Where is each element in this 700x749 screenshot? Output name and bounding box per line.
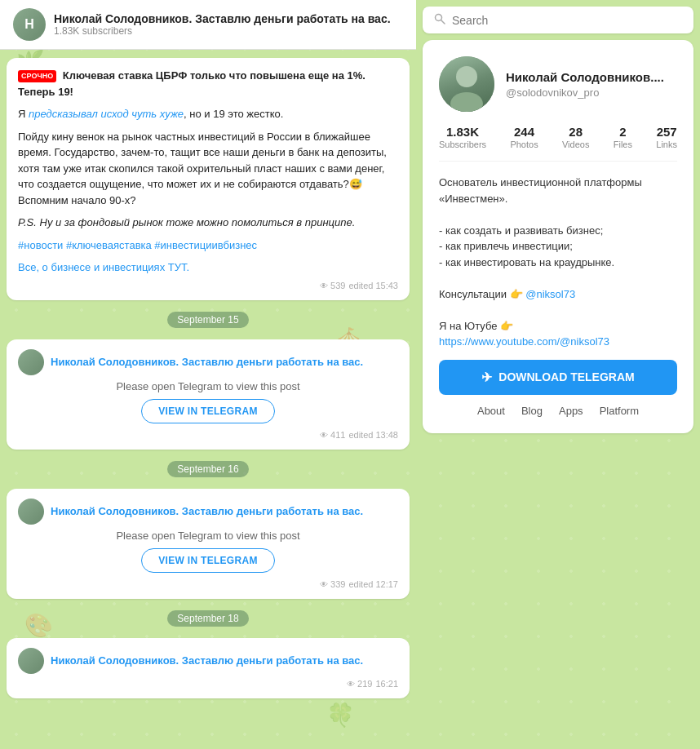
left-panel: Н Николай Солодовников. Заставлю деньги … <box>0 0 416 749</box>
stat-subscribers: 1.83K Subscribers <box>439 125 486 149</box>
post-footer: 411 edited 13:48 <box>18 430 398 440</box>
channel-header[interactable]: Н Николай Солодовников. Заставлю деньги … <box>0 0 416 50</box>
channel-info: Николай Солодовников. Заставлю деньги ра… <box>54 12 403 37</box>
avatar-initials: Н <box>13 8 46 41</box>
eye-icon <box>320 430 328 440</box>
view-telegram-post-2: Николай Солодовников. Заставлю деньги ра… <box>7 489 410 599</box>
app-layout: Н Николай Солодовников. Заставлю деньги … <box>0 0 700 749</box>
post-footer: 219 16:21 <box>18 679 398 689</box>
stat-photos-label: Photos <box>510 140 538 149</box>
channel-name: Николай Солодовников. Заставлю деньги ра… <box>54 12 403 25</box>
prediction-link[interactable]: предсказывал исход чуть хуже <box>29 108 184 120</box>
telegram-icon: ✈ <box>481 370 492 385</box>
consultations: Консультации 👉 @niksol73 <box>439 286 677 303</box>
profile-avatar <box>439 56 494 112</box>
stat-files-label: Files <box>614 140 632 149</box>
nav-about[interactable]: About <box>477 405 505 417</box>
download-telegram-button[interactable]: ✈ DOWNLOAD TELEGRAM <box>439 360 677 395</box>
view-in-telegram-button-2[interactable]: VIEW IN TELEGRAM <box>141 548 274 573</box>
view-telegram-post-1: Николай Солодовников. Заставлю деньги ра… <box>7 339 410 450</box>
message-footer: 539 edited 15:43 <box>18 281 398 290</box>
message-bubble: СРОЧНО Ключевая ставка ЦБРФ только что п… <box>7 58 410 300</box>
profile-card: Николай Солодовников.... @solodovnikov_p… <box>423 40 693 433</box>
eye-icon <box>347 679 355 689</box>
message-text: СРОЧНО Ключевая ставка ЦБРФ только что п… <box>18 68 398 276</box>
youtube: Я на Ютубе 👉 https://www.youtube.com/@ni… <box>439 318 677 350</box>
profile-name: Николай Солодовников.... <box>506 69 664 86</box>
stat-links: 257 Links <box>656 125 677 149</box>
date-separator-sep15: September 15 <box>0 312 416 328</box>
hashtags: #новости #ключеваяставка #инвестициивбиз… <box>18 239 257 251</box>
urgent-badge: СРОЧНО <box>18 70 56 83</box>
svg-point-3 <box>450 92 483 112</box>
stat-links-value: 257 <box>657 125 677 139</box>
post-sender[interactable]: Николай Солодовников. Заставлю деньги ра… <box>51 654 363 667</box>
post-time: 16:21 <box>375 679 398 689</box>
view-in-telegram-button-1[interactable]: VIEW IN TELEGRAM <box>141 399 274 423</box>
post-views: 411 <box>320 430 345 440</box>
open-telegram-text: Please open Telegram to view this post <box>18 380 398 392</box>
consultations-link[interactable]: @niksol73 <box>525 288 575 300</box>
bio-line1: Основатель инвестиционной платформы «Инв… <box>439 175 677 206</box>
post-header: Николай Солодовников. Заставлю деньги ра… <box>18 349 398 375</box>
svg-point-2 <box>456 66 477 87</box>
stat-videos: 28 Videos <box>562 125 589 149</box>
nav-apps[interactable]: Apps <box>559 405 583 417</box>
channel-avatar: Н <box>13 8 46 41</box>
date-badge: September 18 <box>167 610 248 627</box>
post-sender[interactable]: Николай Солодовников. Заставлю деньги ра… <box>51 356 363 368</box>
bio-line4: - как инвестировать на краудрынке. <box>439 255 677 271</box>
post-sender[interactable]: Николай Солодовников. Заставлю деньги ра… <box>51 505 363 517</box>
search-input[interactable] <box>452 14 682 27</box>
profile-nav-links: About Blog Apps Platform <box>439 405 677 417</box>
date-separator-sep18: September 18 <box>0 610 416 627</box>
download-btn-label: DOWNLOAD TELEGRAM <box>498 370 634 383</box>
nav-platform[interactable]: Platform <box>600 405 639 417</box>
open-telegram-text: Please open Telegram to view this post <box>18 530 398 542</box>
stat-subscribers-label: Subscribers <box>439 140 486 149</box>
post-header: Николай Солодовников. Заставлю деньги ра… <box>18 648 398 674</box>
post-header: Николай Солодовников. Заставлю деньги ра… <box>18 499 398 525</box>
stat-photos: 244 Photos <box>510 125 538 149</box>
post-footer: 339 edited 12:17 <box>18 579 398 589</box>
date-badge: September 15 <box>167 312 248 328</box>
profile-stats: 1.83K Subscribers 244 Photos 28 Videos 2… <box>439 125 677 162</box>
date-separator-sep16: September 16 <box>0 461 416 477</box>
post-edited: edited 13:48 <box>348 430 398 440</box>
profile-avatar-inner <box>439 56 494 112</box>
cta-link[interactable]: Все, о бизнесе и инвестициях ТУТ. <box>18 261 189 273</box>
eye-icon <box>320 579 328 589</box>
stat-videos-value: 28 <box>569 125 583 139</box>
post-views: 219 <box>347 679 372 689</box>
profile-handle[interactable]: @solodovnikov_pro <box>506 86 664 99</box>
channel-subscribers: 1.83K subscribers <box>54 25 403 37</box>
svg-line-1 <box>441 20 445 24</box>
bio-line3: - как привлечь инвестиции; <box>439 238 677 255</box>
stat-subscribers-value: 1.83K <box>446 125 479 139</box>
bio-line2: - как создать и развивать бизнес; <box>439 223 677 239</box>
post-avatar <box>18 349 44 375</box>
nav-blog[interactable]: Blog <box>521 405 543 417</box>
profile-bio: Основатель инвестиционной платформы «Инв… <box>439 175 677 350</box>
date-badge: September 16 <box>167 461 248 477</box>
youtube-link[interactable]: https://www.youtube.com/@niksol73 <box>439 335 609 348</box>
post-views: 339 <box>320 579 345 589</box>
stat-files: 2 Files <box>614 125 632 149</box>
post-edited: edited 12:17 <box>348 579 398 589</box>
search-bar[interactable] <box>423 7 693 33</box>
search-icon <box>434 13 445 27</box>
eye-icon <box>320 281 328 290</box>
profile-name-block: Николай Солодовников.... @solodovnikov_p… <box>506 69 664 100</box>
message-views: 539 <box>320 281 345 290</box>
stat-links-label: Links <box>656 140 677 149</box>
stat-videos-label: Videos <box>562 140 589 149</box>
right-panel: Николай Солодовников.... @solodovnikov_p… <box>416 0 700 749</box>
messages-area[interactable]: СРОЧНО Ключевая ставка ЦБРФ только что п… <box>0 50 416 749</box>
stat-files-value: 2 <box>619 125 626 139</box>
message-edited: edited 15:43 <box>348 281 398 290</box>
profile-top: Николай Солодовников.... @solodovnikov_p… <box>439 56 677 112</box>
view-telegram-post-3: Николай Солодовников. Заставлю деньги ра… <box>7 638 410 698</box>
post-avatar <box>18 499 44 525</box>
stat-photos-value: 244 <box>514 125 534 139</box>
post-avatar <box>18 648 44 674</box>
